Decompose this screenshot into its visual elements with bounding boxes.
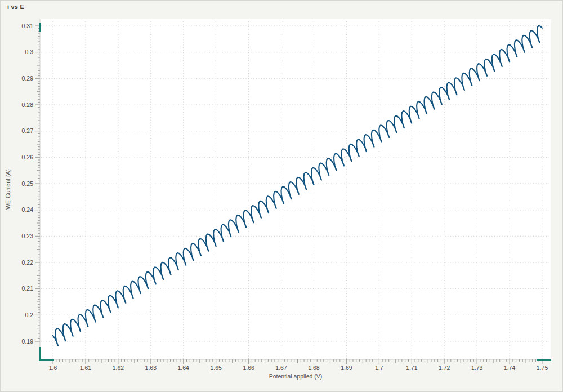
y-tick-label: 0.2 (25, 311, 33, 318)
y-tick-label: 0.26 (22, 154, 34, 161)
x-tick-label: 1.67 (275, 364, 287, 371)
x-tick-label: 1.66 (243, 364, 254, 371)
y-tick-label: 0.19 (22, 338, 34, 345)
x-tick-label: 1.72 (439, 364, 450, 371)
x-tick-label: 1.68 (308, 364, 320, 371)
y-tick-label: 0.24 (22, 206, 34, 213)
x-axis-end-accent (537, 359, 551, 361)
chart-canvas[interactable]: 1.61.611.621.631.641.651.661.671.681.691… (1, 1, 563, 392)
x-tick-label: 1.71 (406, 364, 418, 371)
x-tick-label: 1.62 (113, 364, 124, 371)
y-tick-label: 0.28 (22, 101, 34, 108)
origin-accent-horizontal (39, 359, 54, 361)
y-tick-label: 0.3 (25, 48, 33, 55)
y-tick-label: 0.25 (22, 180, 34, 187)
x-tick-label: 1.61 (80, 364, 92, 371)
x-axis-label: Potential applied (V) (269, 373, 323, 380)
x-tick-label: 1.65 (210, 364, 222, 371)
x-tick-label: 1.7 (375, 364, 383, 371)
x-tick-label: 1.75 (537, 364, 548, 371)
x-tick-label: 1.64 (178, 364, 190, 371)
y-tick-label: 0.29 (22, 75, 34, 82)
y-tick-label: 0.22 (22, 259, 34, 266)
x-tick-label: 1.69 (341, 364, 352, 371)
y-axis-label: WE.Current (A) (5, 169, 11, 210)
y-tick-label: 0.23 (22, 233, 34, 239)
y-tick-label: 0.31 (22, 23, 34, 29)
x-tick-label: 1.74 (504, 364, 516, 371)
x-tick-label: 1.63 (145, 364, 157, 371)
y-tick-label: 0.21 (22, 285, 34, 292)
plot-window: i vs E 1.61.611.621.631.641.651.661.671.… (0, 0, 563, 392)
x-tick-label: 1.73 (471, 364, 483, 371)
y-axis-end-accent (39, 23, 41, 32)
y-tick-label: 0.27 (22, 127, 34, 134)
x-tick-label: 1.6 (49, 364, 57, 371)
